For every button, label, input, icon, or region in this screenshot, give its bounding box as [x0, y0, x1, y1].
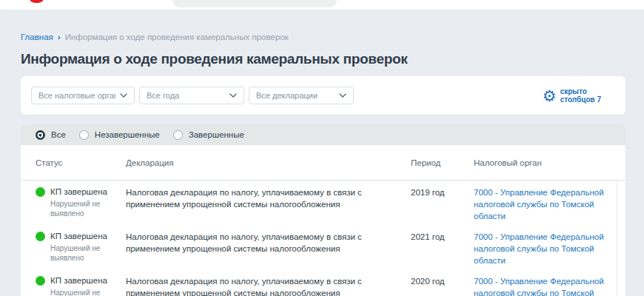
table-row: КП завершена Нарушений не выявлено Налог…	[21, 225, 625, 269]
status-text: КП завершена	[50, 231, 107, 241]
tax-organ-link[interactable]: 7000 - Управление Федеральной налоговой …	[474, 186, 617, 222]
fns-logo[interactable]	[30, 0, 44, 3]
column-header-period: Период	[411, 158, 474, 167]
column-header-tax-organ: Налоговый орган	[474, 158, 617, 167]
breadcrumb-separator-icon: ›	[58, 33, 61, 41]
filters-panel: Все налоговые органы Все года Все деклар…	[21, 76, 625, 115]
declaration-text: Налоговая декларация по налогу, уплачива…	[126, 275, 392, 296]
status-note: Нарушений не выявлено	[50, 243, 104, 263]
column-header-status: Статус	[36, 158, 126, 167]
radio-icon[interactable]	[79, 130, 89, 140]
status-filter-tabs: Все Незавершенные Завершенные	[21, 124, 625, 145]
dropdown-value: Все года	[147, 91, 179, 100]
table-row: КП завершена Нарушений не выявлено Налог…	[21, 269, 625, 296]
chevron-down-icon	[120, 93, 127, 98]
hidden-columns-button[interactable]: ⚙ скрыто столбцов 7	[543, 84, 601, 107]
status-cell: КП завершена Нарушений не выявлено	[36, 186, 126, 218]
chevron-down-icon	[339, 93, 346, 98]
table-column-divider	[617, 181, 617, 296]
column-header-declaration: Декларация	[126, 158, 411, 167]
period-text: 2019 год	[411, 186, 445, 198]
status-text: КП завершена	[50, 186, 107, 197]
audits-table-panel: Все Незавершенные Завершенные Статус Дек…	[21, 124, 625, 296]
table-row: КП завершена Нарушений не выявлено Налог…	[21, 181, 625, 225]
tax-organ-link[interactable]: 7000 - Управление Федеральной налоговой …	[474, 231, 617, 266]
period-text: 2020 год	[411, 275, 445, 287]
status-note: Нарушений не выявлено	[50, 199, 104, 218]
status-dot	[36, 232, 45, 241]
tab-label: Завершенные	[189, 130, 244, 139]
chevron-down-icon	[229, 93, 237, 98]
status-dot	[36, 187, 45, 197]
period-text: 2021 год	[411, 231, 445, 243]
status-note: Нарушений не выявлено	[50, 288, 104, 296]
page-title: Информация о ходе проведения камеральных…	[21, 51, 408, 67]
breadcrumb-home-link[interactable]: Главная	[21, 33, 53, 41]
declaration-text: Налоговая декларация по налогу, уплачива…	[126, 186, 392, 210]
year-filter-dropdown[interactable]: Все года	[139, 87, 244, 104]
breadcrumb-current: Информация о ходе проведения камеральных…	[65, 33, 289, 41]
declaration-text: Налоговая декларация по налогу, уплачива…	[126, 231, 392, 255]
top-header-bar	[0, 0, 644, 10]
dropdown-value: Все декларации	[256, 91, 318, 100]
tab-finished[interactable]: Завершенные	[173, 130, 244, 140]
status-dot	[36, 276, 45, 286]
status-cell: КП завершена Нарушений не выявлено	[36, 231, 126, 263]
tab-label: Все	[51, 130, 66, 139]
hidden-columns-label: скрыто столбцов 7	[560, 87, 601, 104]
declaration-filter-dropdown[interactable]: Все декларации	[249, 87, 354, 104]
tab-label: Незавершенные	[95, 130, 160, 139]
search-input[interactable]	[172, 0, 337, 7]
breadcrumb: Главная›Информация о ходе проведения кам…	[21, 33, 289, 41]
status-cell: КП завершена Нарушений не выявлено	[36, 275, 126, 296]
tax-organ-filter-dropdown[interactable]: Все налоговые органы	[31, 87, 135, 104]
tab-all[interactable]: Все	[36, 130, 66, 140]
radio-icon[interactable]	[173, 130, 183, 140]
tax-organ-link[interactable]: 7000 - Управление Федеральной налоговой …	[474, 275, 617, 296]
status-text: КП завершена	[50, 275, 107, 286]
tab-unfinished[interactable]: Незавершенные	[79, 130, 160, 140]
table-header-row: Статус Декларация Период Налоговый орган	[21, 145, 625, 181]
gear-icon: ⚙	[543, 88, 557, 104]
dropdown-value: Все налоговые органы	[38, 91, 115, 100]
radio-icon[interactable]	[36, 130, 45, 140]
